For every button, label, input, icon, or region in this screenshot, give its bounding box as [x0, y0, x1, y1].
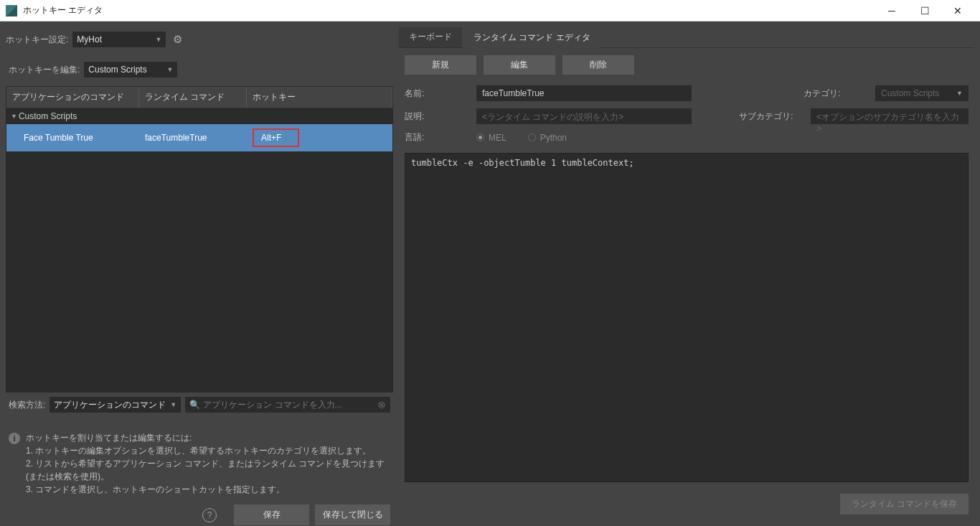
edit-hotkey-row: ホットキーを編集: Custom Scripts ▼ [6, 57, 393, 82]
chevron-down-icon: ▼ [155, 36, 161, 43]
hotkey-settings-row: ホットキー設定: MyHot ▼ ⚙ [6, 27, 393, 57]
info-title: ホットキーを割り当てまたは編集するには: [26, 431, 390, 444]
titlebar: ホットキー エディタ ─ ☐ ✕ [0, 0, 980, 22]
search-label: 検索方法: [9, 399, 45, 411]
edit-category-dropdown[interactable]: Custom Scripts ▼ [84, 62, 177, 78]
lang-label: 言語: [405, 131, 469, 144]
edit-button[interactable]: 編集 [484, 55, 555, 75]
radio-mel-label: MEL [489, 133, 507, 143]
category-name: Custom Scripts [19, 111, 77, 121]
name-row: 名前: faceTumbleTrue カテゴリ: Custom Scripts … [399, 82, 974, 105]
search-row: 検索方法: アプリケーションのコマンド ▼ 🔍 アプリケーション コマンドを入力… [6, 393, 393, 417]
info-icon: i [9, 433, 20, 444]
save-runtime-row: ランタイム コマンドを保存 [399, 488, 974, 520]
hotkey-setting-label: ホットキー設定: [6, 34, 68, 46]
subcategory-input[interactable]: <オプションのサブカテゴリ名を入力> [811, 108, 969, 124]
search-type-dropdown[interactable]: アプリケーションのコマンド ▼ [50, 397, 181, 413]
tabs: キーボード ランタイム コマンド エディタ [399, 27, 974, 48]
desc-row: 説明: <ランタイム コマンドの説明を入力> サブカテゴリ: <オプションのサブ… [399, 105, 974, 128]
radio-mel[interactable]: MEL [476, 133, 507, 143]
tab-runtime-editor[interactable]: ランタイム コマンド エディタ [463, 28, 600, 48]
column-app[interactable]: アプリケーションのコマンド [6, 87, 139, 108]
radio-circle-icon [528, 133, 536, 141]
left-panel: ホットキー設定: MyHot ▼ ⚙ ホットキーを編集: Custom Scri… [6, 27, 393, 520]
save-close-button[interactable]: 保存して閉じる [315, 504, 390, 525]
category-value: Custom Scripts [881, 88, 939, 98]
tab-keyboard[interactable]: キーボード [399, 27, 462, 47]
app-icon [6, 5, 17, 17]
table-header: アプリケーションのコマンド ランタイム コマンド ホットキー [6, 87, 392, 108]
hotkey-field[interactable]: Alt+F [253, 128, 299, 147]
window-controls: ─ ☐ ✕ [875, 0, 974, 22]
search-icon: 🔍 [189, 400, 200, 410]
table-row[interactable]: Face Tumble True faceTumbleTrue Alt+F [6, 124, 392, 151]
radio-python[interactable]: Python [528, 133, 567, 143]
triangle-down-icon: ▼ [11, 113, 17, 120]
edit-category-value: Custom Scripts [88, 65, 146, 75]
desc-label: 説明: [405, 111, 469, 123]
clear-icon[interactable]: ⊗ [377, 399, 386, 410]
edit-label: ホットキーを編集: [9, 64, 80, 76]
table-body: ▼ Custom Scripts Face Tumble True faceTu… [6, 108, 392, 392]
hotkey-setting-dropdown[interactable]: MyHot ▼ [72, 32, 166, 47]
cell-hotkey: Alt+F [247, 124, 392, 151]
search-placeholder: アプリケーション コマンドを入力... [203, 399, 341, 411]
search-type-value: アプリケーションのコマンド [54, 399, 166, 411]
category-dropdown[interactable]: Custom Scripts ▼ [875, 85, 969, 101]
info-section: i ホットキーを割り当てまたは編集するには: 1. ホットキーの編集オプションを… [6, 417, 393, 496]
name-label: 名前: [405, 88, 469, 100]
hotkey-setting-value: MyHot [77, 34, 102, 44]
subcategory-label: サブカテゴリ: [739, 111, 804, 123]
chevron-down-icon: ▼ [170, 401, 176, 408]
maximize-button[interactable]: ☐ [908, 0, 941, 22]
lang-row: 言語: MEL Python [399, 128, 974, 147]
lang-radio-group: MEL Python [476, 133, 567, 143]
category-label: カテゴリ: [804, 88, 868, 100]
search-input[interactable]: 🔍 アプリケーション コマンドを入力... ⊗ [185, 397, 390, 413]
code-editor[interactable]: tumbleCtx -e -objectTumble 1 tumbleConte… [405, 153, 969, 482]
delete-button[interactable]: 削除 [562, 55, 634, 75]
column-hotkey[interactable]: ホットキー [247, 87, 392, 108]
command-table: アプリケーションのコマンド ランタイム コマンド ホットキー ▼ Custom … [6, 86, 393, 393]
save-runtime-button[interactable]: ランタイム コマンドを保存 [840, 494, 969, 515]
cell-runtime: faceTumbleTrue [139, 128, 247, 147]
gear-icon[interactable]: ⚙ [170, 32, 184, 47]
desc-input[interactable]: <ランタイム コマンドの説明を入力> [476, 108, 692, 124]
info-line1: 1. ホットキーの編集オプションを選択し、希望するホットキーのカテゴリを選択しま… [26, 444, 390, 457]
cell-app: Face Tumble True [6, 128, 139, 147]
radio-circle-icon [476, 133, 484, 141]
column-runtime[interactable]: ランタイム コマンド [139, 87, 247, 108]
save-button[interactable]: 保存 [234, 504, 309, 525]
info-line3: 3. コマンドを選択し、ホットキーのショートカットを指定します。 [26, 483, 390, 496]
info-line2: 2. リストから希望するアプリケーション コマンド、またはランタイム コマンドを… [26, 457, 390, 483]
new-button[interactable]: 新規 [405, 55, 476, 75]
chevron-down-icon: ▼ [956, 90, 963, 97]
bottom-buttons: ? 保存 保存して閉じる [6, 496, 393, 526]
right-panel: キーボード ランタイム コマンド エディタ 新規 編集 削除 名前: faceT… [399, 27, 974, 520]
minimize-button[interactable]: ─ [875, 0, 908, 22]
close-button[interactable]: ✕ [941, 0, 974, 22]
action-buttons: 新規 編集 削除 [399, 48, 974, 82]
category-row[interactable]: ▼ Custom Scripts [6, 108, 392, 124]
window-title: ホットキー エディタ [23, 4, 875, 17]
radio-python-label: Python [540, 133, 567, 143]
name-input[interactable]: faceTumbleTrue [476, 85, 692, 101]
chevron-down-icon: ▼ [166, 66, 173, 73]
info-text: ホットキーを割り当てまたは編集するには: 1. ホットキーの編集オプションを選択… [26, 431, 390, 496]
help-icon[interactable]: ? [202, 508, 217, 522]
